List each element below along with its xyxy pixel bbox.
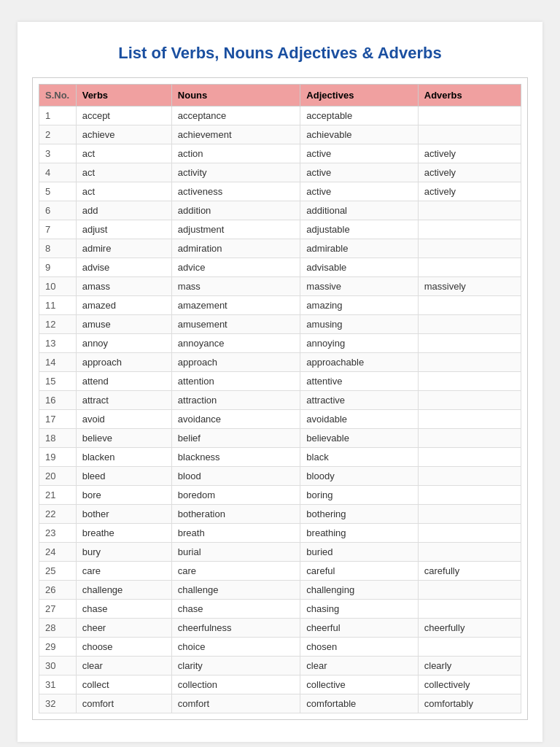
cell-verb: achieve	[76, 125, 171, 144]
cell-noun: challenge	[171, 581, 300, 600]
cell-noun: chase	[171, 600, 300, 619]
cell-adjective: acceptable	[300, 107, 418, 125]
table-row: 30clearclarityclearclearly	[39, 657, 521, 676]
cell-verb: cheer	[76, 619, 171, 638]
cell-sno: 16	[39, 391, 77, 410]
cell-sno: 2	[39, 125, 77, 144]
header-sno: S.No.	[39, 85, 77, 107]
cell-adjective: black	[300, 448, 418, 467]
cell-noun: choice	[171, 638, 300, 657]
cell-verb: adjust	[76, 220, 171, 239]
cell-adjective: annoying	[300, 334, 418, 353]
cell-verb: comfort	[76, 694, 171, 713]
cell-noun: belief	[171, 429, 300, 448]
cell-sno: 15	[39, 372, 77, 391]
cell-verb: amass	[76, 277, 171, 296]
cell-noun: avoidance	[171, 410, 300, 429]
cell-sno: 28	[39, 619, 77, 638]
table-row: 12amuseamusementamusing	[39, 315, 521, 334]
cell-verb: bother	[76, 505, 171, 524]
cell-adverb: actively	[418, 144, 521, 163]
cell-adverb	[418, 107, 521, 125]
cell-adjective: adjustable	[300, 220, 418, 239]
cell-adverb	[418, 524, 521, 543]
header-adverbs: Adverbs	[418, 85, 521, 107]
table-row: 3actactionactiveactively	[39, 144, 521, 163]
cell-adjective: chasing	[300, 600, 418, 619]
cell-sno: 1	[39, 107, 77, 125]
table-row: 7adjustadjustmentadjustable	[39, 220, 521, 239]
cell-adverb	[418, 581, 521, 600]
cell-adverb	[418, 429, 521, 448]
cell-verb: annoy	[76, 334, 171, 353]
cell-adverb	[418, 600, 521, 619]
cell-adjective: amazing	[300, 296, 418, 315]
cell-verb: add	[76, 201, 171, 220]
cell-noun: achievement	[171, 125, 300, 144]
cell-adverb	[418, 543, 521, 562]
cell-adverb: massively	[418, 277, 521, 296]
cell-sno: 9	[39, 258, 77, 277]
cell-adverb	[418, 391, 521, 410]
cell-adverb: cheerfully	[418, 619, 521, 638]
table-row: 22botherbotherationbothering	[39, 505, 521, 524]
cell-verb: act	[76, 182, 171, 201]
table-row: 19blackenblacknessblack	[39, 448, 521, 467]
cell-verb: attend	[76, 372, 171, 391]
table-row: 11amazedamazementamazing	[39, 296, 521, 315]
cell-adjective: buried	[300, 543, 418, 562]
cell-verb: amazed	[76, 296, 171, 315]
table-wrapper: S.No. Verbs Nouns Adjectives Adverbs 1ac…	[32, 77, 528, 720]
table-row: 26challengechallengechallenging	[39, 581, 521, 600]
cell-sno: 10	[39, 277, 77, 296]
cell-noun: admiration	[171, 239, 300, 258]
cell-sno: 3	[39, 144, 77, 163]
cell-sno: 5	[39, 182, 77, 201]
cell-adjective: careful	[300, 562, 418, 581]
cell-sno: 27	[39, 600, 77, 619]
cell-noun: care	[171, 562, 300, 581]
cell-sno: 25	[39, 562, 77, 581]
cell-noun: advice	[171, 258, 300, 277]
cell-adjective: attentive	[300, 372, 418, 391]
cell-adverb: carefully	[418, 562, 521, 581]
cell-adjective: cheerful	[300, 619, 418, 638]
cell-adverb: actively	[418, 182, 521, 201]
cell-adjective: admirable	[300, 239, 418, 258]
table-row: 21boreboredomboring	[39, 486, 521, 505]
table-row: 15attendattentionattentive	[39, 372, 521, 391]
cell-adjective: active	[300, 144, 418, 163]
cell-noun: action	[171, 144, 300, 163]
cell-adjective: clear	[300, 657, 418, 676]
cell-sno: 26	[39, 581, 77, 600]
cell-adjective: avoidable	[300, 410, 418, 429]
cell-adjective: challenging	[300, 581, 418, 600]
table-row: 25carecarecarefulcarefully	[39, 562, 521, 581]
table-row: 16attractattractionattractive	[39, 391, 521, 410]
cell-sno: 20	[39, 467, 77, 486]
cell-noun: blackness	[171, 448, 300, 467]
cell-adverb	[418, 258, 521, 277]
table-row: 13annoyannoyanceannoying	[39, 334, 521, 353]
cell-noun: cheerfulness	[171, 619, 300, 638]
cell-sno: 24	[39, 543, 77, 562]
cell-sno: 6	[39, 201, 77, 220]
table-row: 4actactivityactiveactively	[39, 163, 521, 182]
cell-noun: amusement	[171, 315, 300, 334]
cell-sno: 17	[39, 410, 77, 429]
cell-sno: 23	[39, 524, 77, 543]
cell-adjective: massive	[300, 277, 418, 296]
cell-adjective: active	[300, 163, 418, 182]
cell-verb: bury	[76, 543, 171, 562]
cell-verb: bore	[76, 486, 171, 505]
cell-sno: 30	[39, 657, 77, 676]
cell-adverb	[418, 239, 521, 258]
cell-verb: clear	[76, 657, 171, 676]
cell-noun: addition	[171, 201, 300, 220]
cell-adverb	[418, 448, 521, 467]
cell-adverb: comfortably	[418, 694, 521, 713]
page-title: List of Verbs, Nouns Adjectives & Adverb…	[32, 44, 528, 63]
cell-adjective: additional	[300, 201, 418, 220]
page-container: List of Verbs, Nouns Adjectives & Adverb…	[18, 22, 542, 742]
table-row: 24buryburialburied	[39, 543, 521, 562]
